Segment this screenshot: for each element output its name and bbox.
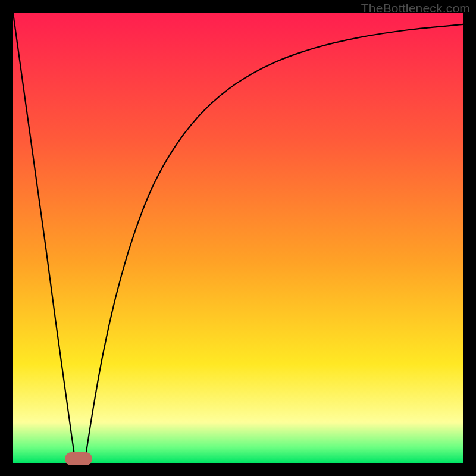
curve-path bbox=[13, 13, 463, 463]
chart-frame: TheBottleneck.com bbox=[0, 0, 476, 476]
bottleneck-curve bbox=[13, 13, 463, 463]
plot-area bbox=[13, 13, 463, 463]
optimum-marker bbox=[65, 452, 92, 465]
